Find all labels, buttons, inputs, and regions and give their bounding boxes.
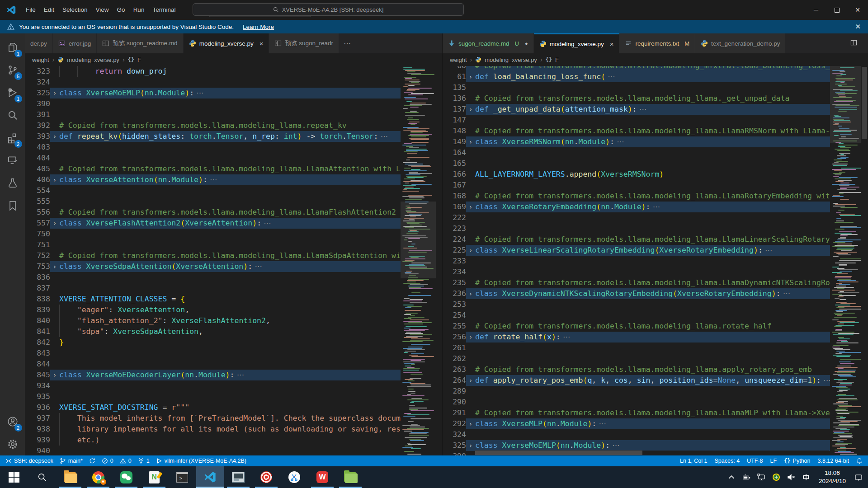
code-line[interactable]: 751 [25,239,401,250]
tab-_sugon_readr[interactable]: 预览 sugon_readr [269,33,339,53]
code-line[interactable]: 405# Copied from transformers.models.lla… [25,164,401,174]
breadcrumb-item[interactable]: weight [32,56,49,63]
menu-selection[interactable]: Selection [58,4,92,16]
code-line[interactable]: 837 [25,283,401,294]
status-main-[interactable]: main* [60,458,83,464]
breadcrumb-symbol[interactable]: F [137,56,141,63]
fold-chevron-icon[interactable]: › [466,202,475,212]
code-line[interactable]: 166ALL_LAYERNORM_LAYERS.append(XverseRMS… [443,169,830,180]
code-line[interactable]: 842} [25,337,401,348]
menu-edit[interactable]: Edit [40,4,58,16]
code-line[interactable]: 937 This model inherits from [`PreTraine… [25,413,401,424]
fold-chevron-icon[interactable]: › [50,174,59,185]
code-line[interactable]: 255# Copied from transformers.models.lla… [443,321,830,332]
horizontal-scrollbar-thumb[interactable] [475,450,642,455]
split-editor-icon[interactable] [850,39,857,47]
code-line[interactable]: 390 [25,99,401,109]
minimap-slider[interactable] [830,66,861,143]
status-1[interactable]: 1 [138,458,150,464]
battery-icon[interactable] [742,473,750,481]
code-line[interactable]: 225›class XverseLinearScalingRotaryEmbed… [443,245,830,256]
fold-chevron-icon[interactable]: › [466,332,475,343]
code-line[interactable]: 253 [443,299,830,310]
code-line[interactable]: 841 "sdpa": XverseSdpaAttention, [25,326,401,337]
code-line[interactable]: 149›class XverseRMSNorm(nn.Module): ⋯ [443,136,830,147]
code-line[interactable]: 554 [25,185,401,196]
code-line[interactable]: 256›def rotate_half(x): ⋯ [443,332,830,343]
code-line[interactable]: 325›class XverseMoEMLP(nn.Module): ⋯ [443,440,830,451]
menu-file[interactable]: File [22,4,40,16]
fold-chevron-icon[interactable]: › [50,88,59,99]
fold-chevron-icon[interactable]: › [50,218,59,229]
taskbar-screenshot-tool[interactable] [280,466,308,488]
taskbar-notepad-plus[interactable]: N [140,466,168,488]
editor-right[interactable]: 60# Copied from transformers.models.mixt… [443,66,868,455]
code-line[interactable]: 165 [443,158,830,169]
code-line[interactable]: 147 [443,115,830,126]
sidebar-item-testing[interactable] [2,172,24,194]
code-line[interactable]: 753›class XverseSdpaAttention(XverseAtte… [25,261,401,272]
notification-icon[interactable] [854,473,863,481]
status-0[interactable]: 0 [102,458,113,464]
menu-terminal[interactable]: Terminal [148,4,179,16]
code-line[interactable]: 169›class XverseRotaryEmbedding(nn.Modul… [443,202,830,212]
minimap-slider[interactable] [401,202,436,278]
status-bell[interactable] [856,458,863,464]
code-line[interactable]: 938 library implements for all its model… [25,424,401,435]
taskbar-start[interactable] [0,466,28,488]
code-line[interactable]: 164 [443,147,830,158]
status-python[interactable]: {}Python [784,458,810,464]
breadcrumb-item[interactable]: modeling_xverse.py [67,56,119,63]
sidebar-item-accounts[interactable]: 2 [2,410,24,433]
scrollbar-thumb[interactable] [862,67,867,139]
sidebar-item-settings[interactable] [2,433,24,455]
code-line[interactable]: 289 [443,386,830,397]
tab-sugon_readme.md[interactable]: sugon_readme.mdU● [443,33,534,53]
fold-chevron-icon[interactable]: › [50,131,59,142]
fold-chevron-icon[interactable]: › [466,375,475,386]
code-line[interactable]: 234 [443,267,830,277]
code-line[interactable]: 393›def repeat_kv(hidden_states: torch.T… [25,131,401,142]
code-line[interactable]: 263# Copied from transformers.models.lla… [443,364,830,375]
breadcrumb-item[interactable]: modeling_xverse.py [485,56,537,63]
chevron-up-icon[interactable] [727,473,736,481]
code-line[interactable]: 137›def _get_unpad_data(attention_mask):… [443,104,830,115]
code-line[interactable]: 840 "flash_attention_2": XverseFlashAtte… [25,315,401,326]
code-line[interactable]: 222 [443,212,830,223]
code-line[interactable]: 940 [25,446,401,455]
code-line[interactable]: 939 etc.) [25,435,401,446]
fold-chevron-icon[interactable]: › [466,288,475,299]
status-utf-8[interactable]: UTF-8 [747,458,763,464]
tab-text_generation_demo.py[interactable]: text_generation_demo.py [695,33,786,53]
status-3-8-12-64-bit[interactable]: 3.8.12 64-bit [818,458,849,464]
code-line[interactable]: 836 [25,272,401,283]
code-line[interactable]: 324 [443,429,830,440]
code-line[interactable]: 403 [25,142,401,153]
code-line[interactable]: 235# Copied from transformers.models.lla… [443,277,830,288]
ime-icon[interactable] [802,473,810,481]
breadcrumb-right[interactable]: weight›modeling_xverse.py›{}F [443,53,868,66]
tab-requirements.txt[interactable]: requirements.txtM [619,33,695,53]
code-line[interactable]: 843 [25,348,401,359]
code-line[interactable]: 323 return down_proj [25,66,401,77]
code-area-right[interactable]: 60# Copied from transformers.models.mixt… [443,66,830,455]
status-lf[interactable]: LF [770,458,777,464]
sidebar-item-remote-explorer[interactable] [2,149,24,172]
code-line[interactable]: 556# Copied from transformers.models.lla… [25,207,401,218]
scrollbar-left[interactable] [436,66,442,455]
status-vllm-infer-xverse-moe-a4-2b-[interactable]: vllm-infer (XVERSE-MoE-A4.2B) [156,458,246,464]
code-line[interactable]: 839 "eager": XverseAttention, [25,305,401,315]
code-line[interactable]: 224# Copied from transformers.models.lla… [443,234,830,245]
fold-chevron-icon[interactable]: › [466,104,475,115]
code-line[interactable]: 136# Copied from transformers.models.lla… [443,93,830,104]
taskbar-wps[interactable]: W [308,466,336,488]
antivirus-icon[interactable] [772,473,780,481]
sidebar-item-bookmarks[interactable] [2,194,24,217]
sidebar-item-run-debug[interactable]: 1 [2,81,24,104]
code-line[interactable]: 262 [443,353,830,364]
maximize-button[interactable] [826,0,847,20]
code-line[interactable]: 324 [25,77,401,88]
taskbar-clock[interactable]: 18:062024/4/10 [817,469,848,485]
status-ln-1-col-1[interactable]: Ln 1, Col 1 [680,458,707,464]
code-line[interactable]: 167 [443,180,830,191]
